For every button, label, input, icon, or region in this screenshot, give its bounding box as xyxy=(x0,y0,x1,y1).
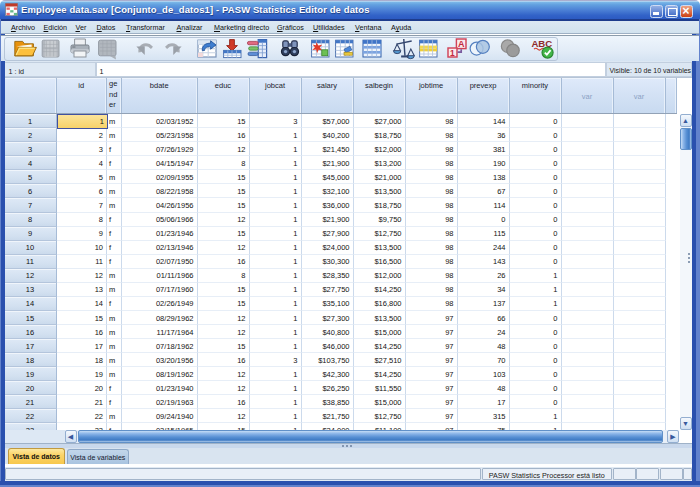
svg-text:1: 1 xyxy=(450,48,455,58)
svg-text:A: A xyxy=(458,39,465,49)
